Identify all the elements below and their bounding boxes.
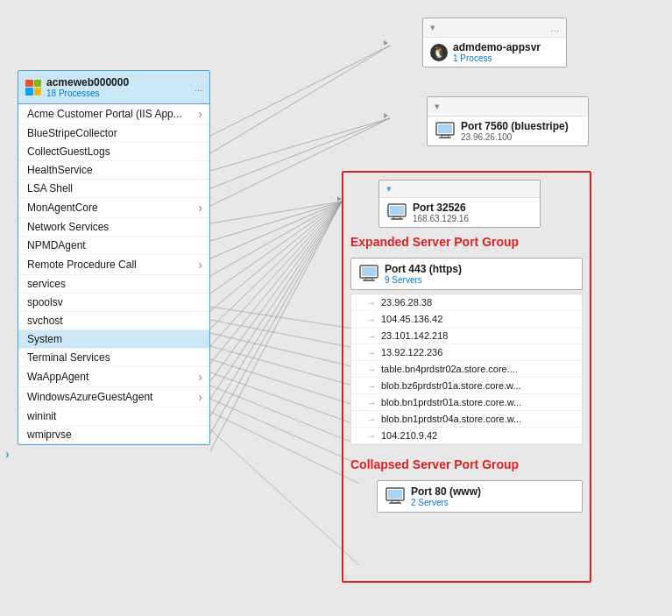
process-item[interactable]: NPMDAgent (18, 237, 209, 255)
svg-line-8 (210, 202, 342, 276)
ip-list-item[interactable]: 23.96.28.38 (351, 294, 582, 311)
svg-rect-35 (438, 124, 452, 133)
port7560-header: ▾ (428, 97, 588, 117)
expanded-group-title: Expanded Server Port Group (350, 235, 583, 249)
svg-line-1 (210, 46, 390, 153)
svg-line-26 (210, 399, 359, 464)
port7560-info: Port 7560 (bluestripe) 23.96.26.100 (435, 120, 581, 142)
ip-list-item[interactable]: 23.101.142.218 (351, 328, 582, 344)
svg-line-6 (210, 202, 342, 241)
ip-list-item[interactable]: 13.92.122.236 (351, 344, 582, 361)
process-item[interactable]: MonAgentCore (18, 198, 209, 218)
chevron-down-icon: ▾ (430, 22, 435, 33)
port80-text: Port 80 (www) 2 Servers (411, 485, 481, 507)
collapsed-group-title: Collapsed Server Port Group (350, 457, 583, 471)
process-item[interactable]: spoolsv (18, 294, 209, 312)
panel-subtitle: 18 Processes (46, 89, 129, 98)
svg-marker-30 (384, 113, 388, 118)
process-item[interactable]: services (18, 275, 209, 294)
process-item[interactable]: wininit (18, 407, 209, 426)
svg-line-23 (210, 359, 359, 407)
process-item[interactable]: BlueStripeCollector (18, 124, 209, 143)
process-list: Acme Customer Portal (IIS App...BlueStri… (18, 104, 209, 444)
svg-rect-37 (390, 206, 404, 215)
monitor-icon-5 (385, 487, 406, 506)
process-item[interactable]: Network Services (18, 218, 209, 237)
svg-marker-29 (384, 40, 388, 46)
process-item[interactable]: WaAppAgent (18, 367, 209, 387)
svg-line-7 (210, 202, 342, 258)
svg-line-12 (210, 202, 342, 346)
process-item[interactable]: Acme Customer Portal (IIS App... (18, 104, 209, 124)
appsvr-info: 🐧 admdemo-appsvr 1 Process (430, 41, 559, 63)
ip-list-item[interactable]: blob.bn1prdstr04a.store.core.w... (351, 411, 582, 428)
svg-line-17 (210, 202, 342, 434)
ip-list-item[interactable]: 104.45.136.42 (351, 311, 582, 328)
ip-list-item[interactable]: 104.210.9.42 (351, 428, 582, 444)
appsvr-more-button[interactable]: ... (551, 23, 559, 33)
svg-line-14 (210, 202, 342, 381)
win-icon-yellow (34, 88, 42, 96)
ip-list-item[interactable]: blob.bn1prdstr01a.store.core.w... (351, 394, 582, 411)
appsvr-node-header: ▾ ... (423, 18, 566, 38)
svg-line-13 (210, 202, 342, 364)
svg-line-11 (210, 202, 342, 329)
port7560-name: Port 7560 (bluestripe) (461, 120, 569, 132)
svg-rect-45 (388, 490, 402, 499)
ip-list-item[interactable]: blob.bz6prdstr01a.store.core.w... (351, 378, 582, 394)
port32526-text: Port 32526 168.63.129.16 (413, 202, 469, 223)
ip-list-item[interactable]: table.bn4prdstr02a.store.core.... (351, 361, 582, 378)
appsvr-subtitle: 1 Process (453, 53, 541, 63)
linux-icon: 🐧 (430, 44, 448, 61)
appsvr-name: admdemo-appsvr (453, 41, 541, 53)
svg-line-16 (210, 202, 342, 416)
appsvr-text: admdemo-appsvr 1 Process (453, 41, 541, 63)
svg-line-24 (210, 372, 359, 426)
process-item[interactable]: HealthService (18, 161, 209, 180)
port32526-name: Port 32526 (413, 202, 469, 214)
appsvr-header-left: ▾ (430, 22, 435, 33)
process-item[interactable]: Terminal Services (18, 349, 209, 367)
process-item[interactable]: wmiprvse (18, 426, 209, 444)
svg-line-0 (210, 46, 390, 136)
port32526-ip: 168.63.129.16 (413, 214, 469, 223)
process-panel: acmeweb000000 18 Processes ... Acme Cust… (18, 70, 210, 445)
panel-title-group: acmeweb000000 18 Processes (46, 76, 129, 98)
svg-line-15 (210, 202, 342, 399)
process-panel-header: acmeweb000000 18 Processes ... (18, 71, 209, 104)
svg-line-21 (210, 333, 359, 368)
panel-header-left: acmeweb000000 18 Processes (25, 76, 129, 98)
process-item[interactable]: LSA Shell (18, 180, 209, 198)
process-item[interactable]: svchost (18, 312, 209, 330)
monitor-icon-2 (435, 122, 456, 141)
process-item[interactable]: System (18, 330, 209, 349)
port443-subtitle: 9 Servers (385, 275, 462, 285)
process-item[interactable]: Remote Procedure Call (18, 255, 209, 275)
process-item[interactable]: WindowsAzureGuestAgent (18, 387, 209, 407)
port443-text: Port 443 (https) 9 Servers (385, 263, 462, 285)
port32526-node[interactable]: ▾ Port 32526 168.63.129.16 (378, 180, 541, 228)
port7560-text: Port 7560 (bluestripe) 23.96.26.100 (461, 120, 569, 142)
port7560-node[interactable]: ▾ Port 7560 (bluestripe) 23.96.26.100 (427, 96, 589, 146)
appsvr-node[interactable]: ▾ ... 🐧 admdemo-appsvr 1 Process (422, 18, 567, 67)
monitor-icon-3 (386, 203, 407, 223)
svg-rect-41 (362, 267, 376, 276)
monitor-icon-4 (358, 265, 379, 284)
chevron-down-icon-2: ▾ (435, 101, 440, 112)
port443-node[interactable]: Port 443 (https) 9 Servers (350, 258, 583, 290)
svg-line-9 (210, 202, 342, 294)
process-item[interactable]: CollectGuestLogs (18, 143, 209, 161)
system-arrow-indicator: › (5, 447, 10, 461)
port7560-ip: 23.96.26.100 (461, 132, 569, 142)
svg-line-28 (210, 429, 359, 565)
port80-node[interactable]: Port 80 (www) 2 Servers (377, 480, 583, 513)
panel-title: acmeweb000000 (46, 76, 129, 89)
panel-more-button[interactable]: ... (195, 82, 202, 93)
svg-line-2 (210, 118, 390, 171)
svg-line-5 (210, 202, 342, 223)
svg-line-10 (210, 202, 342, 311)
appsvr-node-body: 🐧 admdemo-appsvr 1 Process (423, 38, 566, 67)
windows-icon (25, 80, 41, 96)
port7560-body: Port 7560 (bluestripe) 23.96.26.100 (428, 117, 588, 145)
port32526-body: Port 32526 168.63.129.16 (379, 198, 540, 227)
